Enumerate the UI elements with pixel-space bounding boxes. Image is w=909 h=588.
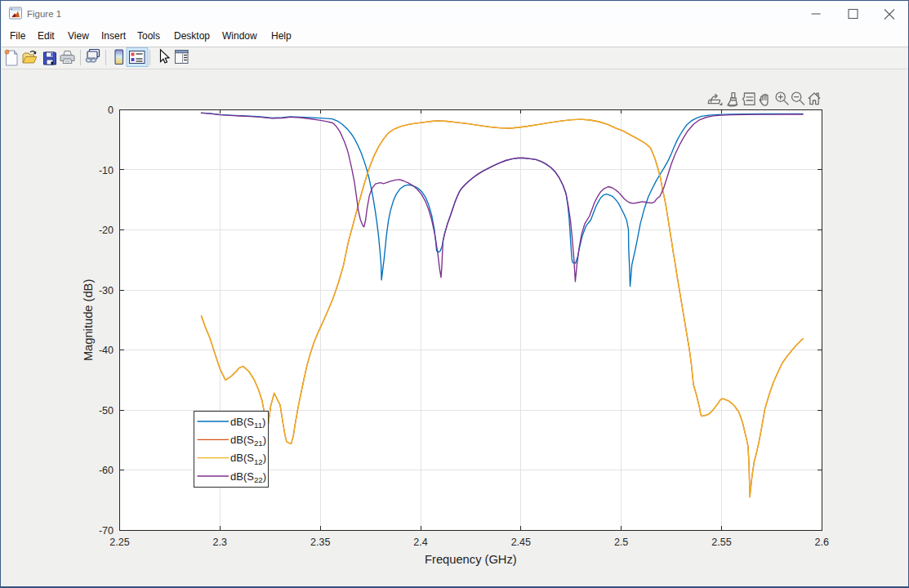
svg-text:-60: -60	[99, 465, 114, 476]
svg-text:2.45: 2.45	[511, 537, 531, 548]
svg-text:-50: -50	[99, 405, 114, 416]
svg-text:0: 0	[108, 105, 114, 116]
svg-text:2.35: 2.35	[310, 537, 330, 548]
svg-text:2.4: 2.4	[413, 537, 427, 548]
svg-text:2.55: 2.55	[711, 537, 731, 548]
svg-text:Frequency (GHz): Frequency (GHz)	[425, 553, 517, 566]
svg-text:-40: -40	[99, 345, 114, 356]
svg-text:Magnitude (dB): Magnitude (dB)	[82, 279, 95, 361]
svg-text:Figure 1: Figure 1	[27, 9, 61, 19]
svg-text:-10: -10	[99, 165, 114, 176]
svg-text:2.25: 2.25	[109, 537, 129, 548]
svg-text:-20: -20	[99, 225, 114, 236]
svg-text:2.3: 2.3	[213, 537, 227, 548]
svg-text:-70: -70	[99, 525, 114, 537]
svg-text:-30: -30	[99, 285, 114, 296]
svg-text:2.5: 2.5	[614, 537, 628, 548]
svg-text:2.6: 2.6	[815, 537, 829, 548]
